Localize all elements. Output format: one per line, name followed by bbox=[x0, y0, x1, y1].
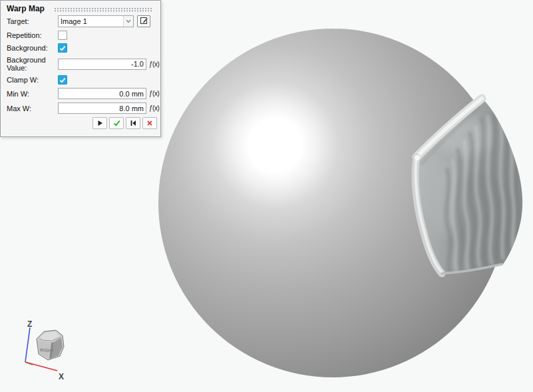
max-w-row: Max W: ƒ(x) bbox=[7, 102, 157, 114]
repetition-row: Repetition: bbox=[7, 31, 157, 40]
red-x-icon bbox=[146, 120, 153, 126]
patch-corner-highlight bbox=[415, 155, 420, 160]
background-value-row: Background Value: ƒ(x) bbox=[7, 56, 157, 72]
background-checkbox[interactable] bbox=[58, 43, 67, 53]
checkmark-icon bbox=[59, 77, 66, 83]
cancel-button[interactable] bbox=[142, 117, 157, 129]
clamp-w-checkbox[interactable] bbox=[58, 75, 67, 85]
function-expression-button[interactable]: ƒ(x) bbox=[149, 90, 159, 97]
background-value-label: Background Value: bbox=[7, 56, 58, 72]
function-expression-button[interactable]: ƒ(x) bbox=[149, 104, 159, 112]
x-axis-label: X bbox=[59, 372, 64, 381]
skip-to-start-button[interactable] bbox=[126, 117, 140, 129]
application-window: { "panel": { "title": "Warp Map", "field… bbox=[0, 0, 533, 392]
edit-target-button[interactable] bbox=[137, 15, 150, 27]
view-cube[interactable]: RIGHT bbox=[37, 330, 64, 360]
min-w-input[interactable] bbox=[58, 88, 146, 99]
x-axis-line bbox=[25, 362, 57, 371]
green-check-icon bbox=[113, 120, 120, 126]
clamp-w-label: Clamp W: bbox=[7, 76, 58, 84]
orientation-gizmo[interactable]: Z X RIGHT bbox=[25, 319, 64, 381]
max-w-input[interactable] bbox=[58, 102, 146, 114]
background-row: Background: bbox=[7, 43, 157, 53]
play-icon bbox=[97, 120, 103, 126]
target-row: Target: Image 1 bbox=[7, 15, 157, 27]
panel-title: Warp Map bbox=[7, 4, 45, 13]
background-value-input[interactable] bbox=[58, 59, 146, 70]
z-axis-label: Z bbox=[27, 319, 32, 329]
z-axis-line bbox=[25, 327, 30, 362]
chevron-down-icon[interactable] bbox=[123, 16, 133, 27]
drag-handle[interactable] bbox=[54, 7, 152, 12]
background-label: Background: bbox=[7, 44, 58, 52]
target-dropdown[interactable]: Image 1 bbox=[58, 15, 134, 27]
clamp-w-row: Clamp W: bbox=[7, 75, 157, 85]
min-w-row: Min W: ƒ(x) bbox=[7, 88, 157, 99]
min-w-label: Min W: bbox=[7, 90, 58, 98]
target-dropdown-value: Image 1 bbox=[59, 17, 123, 25]
max-w-label: Max W: bbox=[7, 104, 58, 112]
panel-header: Warp Map bbox=[1, 1, 160, 15]
repetition-label: Repetition: bbox=[7, 31, 58, 39]
checkmark-icon bbox=[59, 45, 66, 51]
skip-to-start-icon bbox=[130, 120, 136, 126]
target-label: Target: bbox=[7, 17, 58, 25]
apply-button[interactable] bbox=[109, 117, 124, 129]
repetition-checkbox[interactable] bbox=[58, 31, 67, 40]
play-button[interactable] bbox=[92, 117, 107, 129]
edit-pencil-icon bbox=[140, 16, 148, 27]
warp-map-panel: Warp Map Target: Image 1 Repetition: bbox=[0, 0, 161, 137]
function-expression-button[interactable]: ƒ(x) bbox=[149, 61, 159, 68]
actions-row bbox=[7, 117, 157, 129]
view-cube-face-label: RIGHT bbox=[40, 347, 55, 353]
